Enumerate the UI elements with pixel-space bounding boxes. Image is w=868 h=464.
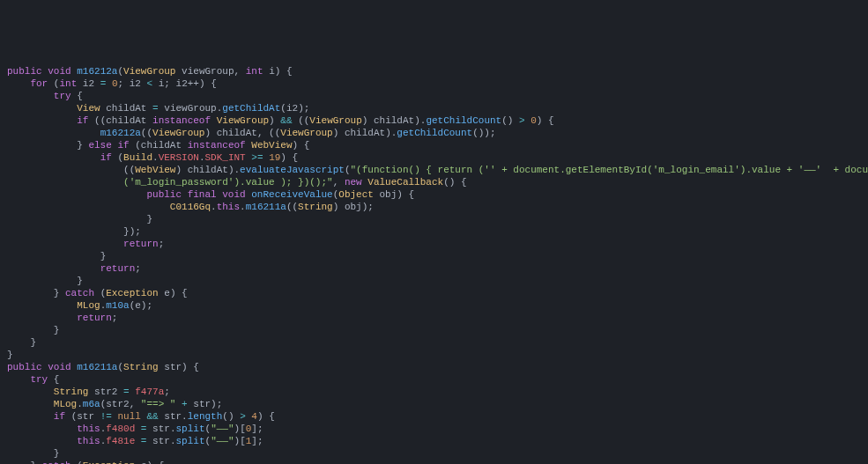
token: childAt [141, 140, 182, 151]
token: > [240, 411, 246, 422]
token: 19 [269, 152, 280, 163]
token: childAt [106, 103, 146, 114]
code-line: } [7, 447, 861, 460]
token: )[ [234, 436, 246, 446]
token: SDK_INT [205, 152, 246, 163]
token: ( [345, 165, 351, 175]
code-line: String str2 = f477a; [7, 386, 861, 398]
token: viewGroup [182, 66, 234, 77]
token: ). [228, 165, 240, 175]
token: != [100, 411, 112, 422]
token: childAt [106, 115, 146, 126]
token: ); [298, 103, 309, 114]
token: ) { [146, 460, 164, 464]
token: ) [362, 115, 374, 126]
token: split [176, 423, 205, 434]
token: childAt [345, 128, 385, 138]
token: evaluateJavascript [240, 165, 345, 175]
token: instanceof [188, 140, 246, 151]
token: = [100, 78, 107, 89]
token: + [182, 399, 188, 409]
token: ) { [280, 152, 298, 163]
token: str [152, 436, 170, 446]
code-line: try { [7, 90, 861, 102]
token: ; [118, 78, 130, 89]
token: () [501, 115, 519, 126]
token: . [199, 152, 205, 163]
code-line: return; [7, 262, 861, 275]
token: ) [175, 165, 187, 175]
token: Build [123, 152, 152, 163]
token: Exception [83, 460, 135, 464]
token: Exception [106, 288, 158, 298]
code-editor[interactable]: public void m16212a(ViewGroup viewGroup,… [7, 65, 861, 464]
token: public void [7, 66, 71, 77]
token: try [54, 91, 71, 101]
token: && [280, 115, 292, 126]
token: e [135, 300, 141, 311]
token: Object [338, 189, 374, 200]
token: = [123, 387, 130, 397]
token: i2 [83, 78, 94, 89]
token: for [30, 78, 48, 89]
token: 4 [251, 411, 257, 422]
token: . [152, 152, 159, 163]
token: String [54, 387, 89, 397]
token: String [123, 362, 159, 372]
code-line: if ((childAt instanceof ViewGroup) && ((… [7, 114, 861, 127]
token: && [146, 411, 158, 422]
token: } [146, 214, 152, 225]
token: = [141, 423, 147, 434]
token: ) [333, 128, 345, 138]
token: WebView [135, 165, 175, 175]
token: ) [269, 115, 280, 126]
token: >= [251, 152, 263, 163]
token: getChildCount [397, 128, 472, 138]
token: return [100, 263, 136, 274]
token: (( [141, 128, 152, 138]
token: ( [77, 460, 83, 464]
token: ('m_login_password').value ); })();" [123, 177, 333, 188]
token: MLog [54, 399, 77, 409]
token: ; [159, 239, 165, 249]
code-line: }); [7, 225, 861, 238]
token: getChildCount [426, 115, 501, 126]
token: ; [164, 78, 175, 89]
token: = [152, 103, 159, 114]
token: ]; [251, 436, 263, 446]
token: public void [7, 362, 71, 372]
code-line: try { [7, 373, 861, 386]
code-line: } else if (childAt instanceof WebView) { [7, 139, 861, 151]
token: f477a [135, 387, 164, 397]
token: onReceiveValue [251, 189, 332, 200]
code-line: for (int i2 = 0; i2 < i; i2++) { [7, 77, 861, 90]
token: return [77, 313, 112, 323]
token: obj [345, 202, 362, 212]
token: (( [123, 165, 135, 175]
token: ) { [293, 140, 310, 151]
token: ViewGroup [152, 128, 204, 138]
code-line: } [7, 250, 861, 262]
token: 0 [112, 78, 118, 89]
token: ) { [257, 411, 275, 422]
token: this [77, 423, 100, 434]
token: , (( [257, 128, 280, 138]
token: catch [42, 460, 71, 464]
token: ; [164, 387, 170, 397]
code-line: if (Build.VERSION.SDK_INT >= 19) { [7, 151, 861, 164]
token: { [77, 91, 83, 101]
token: ); [362, 202, 374, 212]
token: ) { [199, 78, 217, 89]
code-line: MLog.m10a(e); [7, 299, 861, 312]
token: length [188, 411, 223, 422]
token: ) [204, 128, 216, 138]
token: public final void [146, 189, 245, 200]
token: . [170, 436, 176, 446]
token: = [141, 436, 147, 446]
token: (( [298, 115, 309, 126]
code-line: } catch (Exception e) { [7, 460, 861, 464]
token: 0 [530, 115, 537, 126]
token: . [211, 202, 217, 212]
token: )[ [234, 423, 246, 434]
token: ViewGroup [217, 115, 269, 126]
